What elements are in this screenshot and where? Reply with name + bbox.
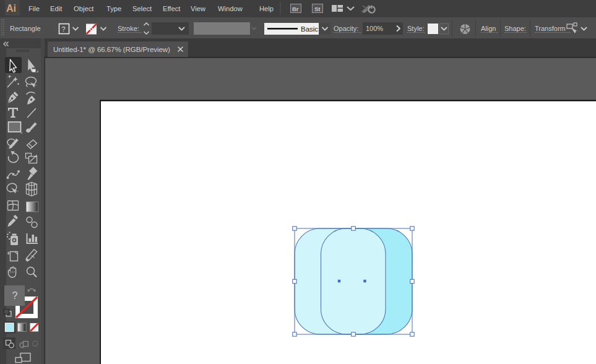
svg-text:Effect: Effect <box>163 5 181 12</box>
svg-text:Shape:: Shape: <box>504 25 526 32</box>
svg-text:View: View <box>191 5 206 12</box>
svg-text:Type: Type <box>106 5 121 12</box>
svg-text:File: File <box>28 5 40 12</box>
svg-text:Transform: Transform <box>535 25 566 32</box>
svg-text:Opacity:: Opacity: <box>334 25 358 32</box>
svg-text:Stroke:: Stroke: <box>118 25 139 32</box>
svg-text:Basic: Basic <box>301 25 318 33</box>
svg-text:Rectangle: Rectangle <box>10 25 41 32</box>
svg-text:100%: 100% <box>366 25 383 32</box>
svg-text:Br: Br <box>292 6 299 12</box>
svg-text:Ai: Ai <box>6 3 16 14</box>
svg-text:Select: Select <box>132 5 152 12</box>
svg-text:?: ? <box>12 290 18 301</box>
svg-text:Edit: Edit <box>50 5 63 12</box>
svg-text:?: ? <box>62 25 66 33</box>
svg-text:Object: Object <box>74 5 94 12</box>
svg-text:Align: Align <box>481 25 496 32</box>
svg-text:Untitled-1* @ 66.67% (RGB/Prev: Untitled-1* @ 66.67% (RGB/Preview) <box>53 45 170 53</box>
svg-text:St: St <box>314 6 321 12</box>
svg-text:Style:: Style: <box>407 25 425 32</box>
svg-text:Window: Window <box>218 5 243 12</box>
svg-text:Help: Help <box>259 5 274 12</box>
